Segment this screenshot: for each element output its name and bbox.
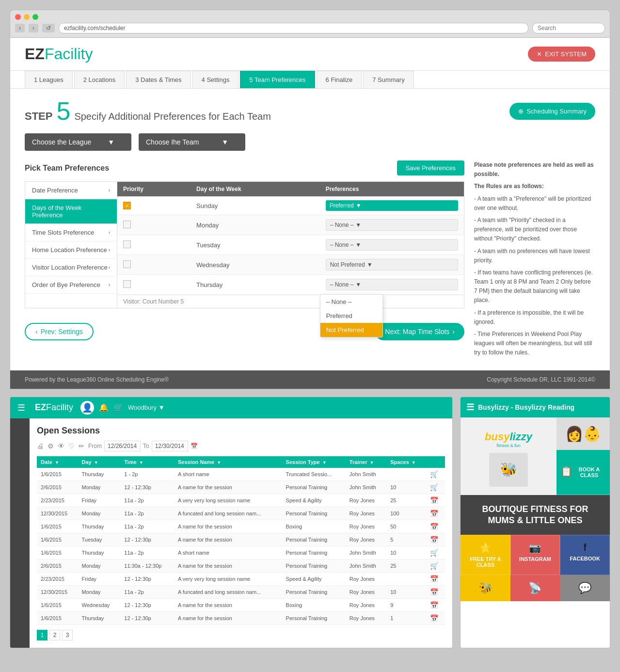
calendar-icon[interactable]: 📅 [430, 510, 438, 517]
none-select[interactable]: – None – ▼ [326, 219, 458, 231]
col-time[interactable]: Time ▼ [120, 456, 174, 468]
action-cell: 📅 [426, 494, 445, 507]
filter-icon[interactable]: ⚙ [48, 442, 54, 450]
calendar-icon[interactable]: 📅 [430, 523, 438, 530]
tab-settings[interactable]: 4 Settings [192, 71, 239, 88]
pref-cell[interactable]: – None – ▼ [320, 235, 464, 255]
cart-icon[interactable]: 🛒 [430, 483, 438, 491]
col-trainer[interactable]: Trainer ▼ [346, 456, 386, 468]
exit-system-button[interactable]: ✕ EXIT SYSTEM [528, 47, 595, 62]
tab-leagues[interactable]: 1 Leagues [25, 71, 73, 88]
address-bar[interactable] [59, 23, 528, 33]
close-window-dot[interactable] [15, 14, 21, 20]
session-type-cell: Boxing [282, 598, 346, 611]
refresh-button[interactable]: ↺ [42, 24, 55, 32]
menu-item-time-slots[interactable]: Time Slots Preference › [25, 224, 117, 241]
minimize-window-dot[interactable] [24, 14, 30, 20]
table-row: Wednesday Not Preferred ▼ [117, 255, 464, 275]
tab-locations[interactable]: 2 Locations [74, 71, 125, 88]
priority-cell[interactable] [117, 215, 191, 235]
location-selector[interactable]: Woodbury ▼ [128, 404, 165, 411]
pref-cell[interactable]: – None – ▼ [320, 215, 464, 235]
team-dropdown[interactable]: Choose Ihe Team ▼ [139, 133, 245, 151]
back-button[interactable]: ‹ [15, 24, 25, 32]
dropdown-option-none[interactable]: – None – [320, 295, 382, 309]
date-from-input[interactable] [104, 441, 141, 451]
tab-team-preferences[interactable]: 5 Team Preferences [240, 71, 315, 88]
calendar-icon[interactable]: 📅 [191, 443, 198, 449]
league-dropdown[interactable]: Choose the League ▼ [25, 133, 131, 151]
tab-dates-times[interactable]: 3 Dates & Times [126, 71, 191, 88]
bz-chat-button[interactable]: 💬 [560, 575, 610, 601]
tab-summary[interactable]: 7 Summary [363, 71, 413, 88]
bz-free-class-button[interactable]: ⭐ FREE TRY A CLASS [461, 535, 510, 575]
col-day[interactable]: Day ▼ [78, 456, 120, 468]
priority-cell[interactable] [117, 235, 191, 255]
page-1-button[interactable]: 1 [37, 630, 48, 640]
next-button[interactable]: Next: Map Time Slots › [375, 323, 464, 340]
col-session-type[interactable]: Session Type ▼ [282, 456, 346, 468]
none-select[interactable]: – None – ▼ [326, 239, 458, 251]
menu-icon[interactable]: ☰ [17, 402, 25, 413]
pref-cell[interactable]: Not Preferred ▼ [320, 255, 464, 275]
bz-menu-icon[interactable]: ☰ [466, 402, 474, 413]
calendar-icon[interactable]: 📅 [430, 575, 438, 583]
bz-logo-area: busylizzy fitness & fun [480, 426, 537, 453]
priority-cell[interactable] [117, 255, 191, 275]
page-3-button[interactable]: 3 [62, 630, 73, 640]
calendar-icon[interactable]: 📅 [430, 601, 438, 609]
priority-cell[interactable] [117, 275, 191, 295]
menu-item-days-preference[interactable]: Days of the Week Preference [25, 199, 117, 224]
calendar-icon[interactable]: 📅 [430, 614, 438, 622]
menu-item-home-location[interactable]: Home Location Preference › [25, 241, 117, 259]
date-to-input[interactable] [152, 441, 188, 451]
instagram-icon: 📷 [529, 542, 541, 554]
cart-icon[interactable]: 🛒 [430, 549, 438, 557]
col-spaces[interactable]: Spaces ▼ [386, 456, 426, 468]
day-cell: Tuesday [78, 533, 120, 546]
trainer-cell: John Smith [346, 480, 386, 494]
pref-cell[interactable]: – None – ▼ – None – Preferred Not Prefer… [320, 275, 464, 295]
bz-rss-button[interactable]: 📡 [510, 575, 560, 601]
bell-icon[interactable]: 🔔 [99, 403, 109, 412]
priority-cell[interactable]: ✓ [117, 196, 191, 215]
pref-cell[interactable]: Preferred ▼ [320, 196, 464, 215]
col-session-name[interactable]: Session Name ▼ [174, 456, 282, 468]
heart-icon[interactable]: ♡ [68, 442, 75, 450]
save-preferences-button[interactable]: Save Preferences [397, 160, 464, 176]
edit-icon[interactable]: ✏ [79, 442, 84, 450]
print-icon[interactable]: 🖨 [37, 442, 44, 450]
bz-bee-button[interactable]: 🐝 [461, 575, 510, 601]
cart-icon[interactable]: 🛒 [430, 562, 438, 570]
calendar-icon[interactable]: 📅 [430, 588, 438, 596]
tab-finalize[interactable]: 6 Finalize [317, 71, 362, 88]
dropdown-option-preferred[interactable]: Preferred [320, 309, 382, 323]
not-preferred-select[interactable]: Not Preferred ▼ [326, 259, 458, 271]
scheduling-summary-button[interactable]: ⊕ Scheduling Summary [509, 103, 595, 120]
menu-item-bye-preference[interactable]: Order of Bye Preference › [25, 276, 117, 294]
prev-button[interactable]: ‹ Prev: Settings [25, 323, 94, 340]
calendar-icon[interactable]: 📅 [430, 496, 438, 504]
col-date[interactable]: Date ▼ [37, 456, 78, 468]
cart-icon[interactable]: 🛒 [113, 403, 123, 412]
bz-book-class-button[interactable]: 📋 BOOK A CLASS [556, 450, 610, 495]
bz-instagram-button[interactable]: 📷 INSTAGRAM [510, 535, 560, 575]
spaces-cell: 1 [386, 611, 426, 624]
dropdown-option-not-preferred[interactable]: Not Preferred [320, 323, 382, 337]
user-avatar[interactable]: 👤 [80, 401, 94, 415]
page-2-button[interactable]: 2 [49, 630, 60, 640]
thursday-dropdown-trigger[interactable]: – None – ▼ [326, 279, 458, 290]
preferred-select[interactable]: Preferred ▼ [326, 200, 458, 211]
calendar-icon[interactable]: 📅 [430, 536, 438, 544]
browser-search-input[interactable] [532, 23, 605, 33]
cart-icon[interactable]: 🛒 [430, 470, 438, 478]
menu-item-date-preference[interactable]: Date Preference › [25, 182, 117, 199]
menu-item-visitor-location[interactable]: Visitor Location Preference › [25, 259, 117, 276]
spaces-cell: 5 [386, 533, 426, 546]
maximize-window-dot[interactable] [32, 14, 38, 20]
eye-icon[interactable]: 👁 [58, 442, 64, 450]
day-cell: Thursday [191, 275, 320, 295]
bz-facebook-button[interactable]: f FACEBOOK [560, 535, 610, 575]
forward-button[interactable]: › [29, 24, 38, 32]
session-type-cell: Boxing [282, 520, 346, 533]
